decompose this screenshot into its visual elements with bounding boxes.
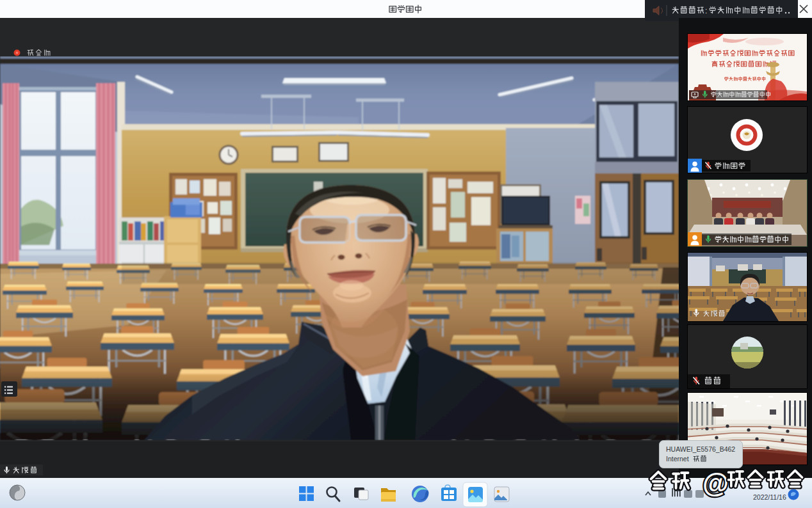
svg-text:Internet: Internet (666, 455, 689, 463)
svg-text:@: @ (702, 468, 729, 498)
svg-text:HUAWEI_E5576_B462: HUAWEI_E5576_B462 (666, 445, 735, 453)
svg-text::: : (705, 6, 707, 15)
